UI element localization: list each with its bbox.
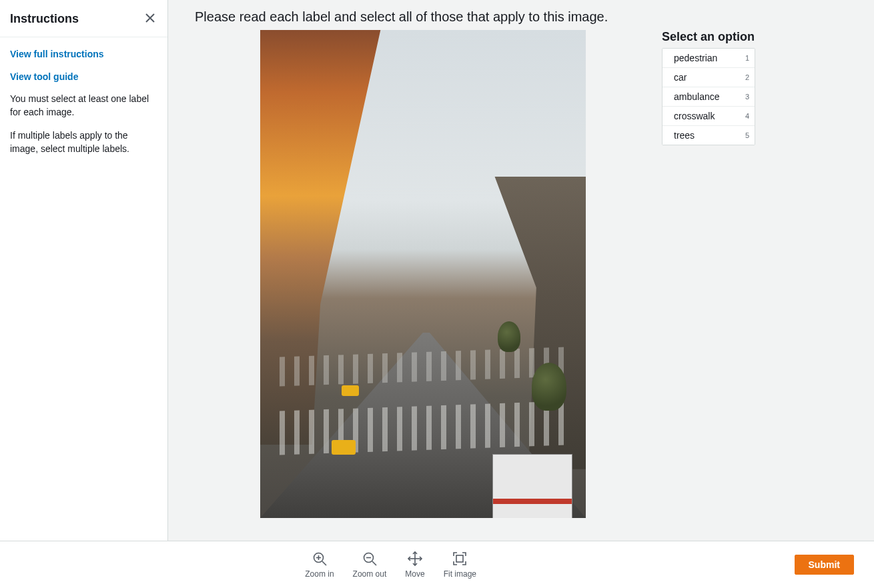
submit-button[interactable]: Submit — [795, 555, 854, 575]
move-icon — [407, 551, 423, 567]
close-icon — [145, 13, 155, 23]
work-area: Select an option pedestrian1car2ambulanc… — [168, 30, 874, 541]
sidebar-body: View full instructions View tool guide Y… — [0, 37, 167, 177]
option-label: ambulance — [674, 91, 720, 102]
svg-rect-9 — [456, 555, 463, 562]
svg-line-1 — [322, 561, 326, 565]
fit-image-icon — [452, 551, 468, 567]
sidebar-title: Instructions — [10, 12, 79, 26]
option-shortcut: 2 — [745, 73, 749, 81]
option-shortcut: 5 — [745, 131, 749, 139]
sidebar-paragraph-1: You must select at least one label for e… — [10, 93, 157, 119]
option-shortcut: 1 — [745, 54, 749, 62]
main-workspace: Please read each label and select all of… — [168, 0, 874, 541]
zoom-out-icon — [362, 551, 378, 567]
options-title: Select an option — [662, 30, 755, 44]
view-full-instructions-link[interactable]: View full instructions — [10, 48, 157, 61]
option-label: car — [674, 72, 687, 83]
city-street-image — [260, 30, 586, 518]
view-tool-guide-link[interactable]: View tool guide — [10, 71, 157, 84]
option-pedestrian[interactable]: pedestrian1 — [663, 49, 755, 68]
option-label: pedestrian — [674, 53, 717, 63]
options-panel: Select an option pedestrian1car2ambulanc… — [662, 30, 755, 145]
task-prompt: Please read each label and select all of… — [168, 0, 874, 30]
image-tools: Zoom in Zoom out Move Fit image — [305, 551, 476, 579]
fit-image-button[interactable]: Fit image — [444, 551, 476, 579]
zoom-out-label: Zoom out — [353, 569, 387, 579]
option-crosswalk[interactable]: crosswalk4 — [663, 107, 755, 126]
options-list: pedestrian1car2ambulance3crosswalk4trees… — [662, 48, 755, 145]
zoom-in-icon — [312, 551, 328, 567]
move-label: Move — [405, 569, 424, 579]
sidebar-header: Instructions — [0, 0, 167, 37]
move-button[interactable]: Move — [405, 551, 424, 579]
option-shortcut: 4 — [745, 112, 749, 120]
zoom-out-button[interactable]: Zoom out — [353, 551, 387, 579]
sidebar-paragraph-2: If multiple labels apply to the image, s… — [10, 129, 157, 155]
option-label: crosswalk — [674, 111, 715, 121]
zoom-in-label: Zoom in — [305, 569, 334, 579]
fit-image-label: Fit image — [444, 569, 476, 579]
task-image[interactable] — [260, 30, 586, 518]
option-label: trees — [674, 130, 695, 141]
option-ambulance[interactable]: ambulance3 — [663, 87, 755, 107]
footer-toolbar: Zoom in Zoom out Move Fit image — [0, 541, 874, 588]
close-sidebar-button[interactable] — [143, 11, 157, 27]
option-car[interactable]: car2 — [663, 68, 755, 87]
option-trees[interactable]: trees5 — [663, 126, 755, 145]
instructions-sidebar: Instructions View full instructions View… — [0, 0, 168, 541]
option-shortcut: 3 — [745, 93, 749, 101]
zoom-in-button[interactable]: Zoom in — [305, 551, 334, 579]
svg-line-5 — [372, 561, 376, 565]
